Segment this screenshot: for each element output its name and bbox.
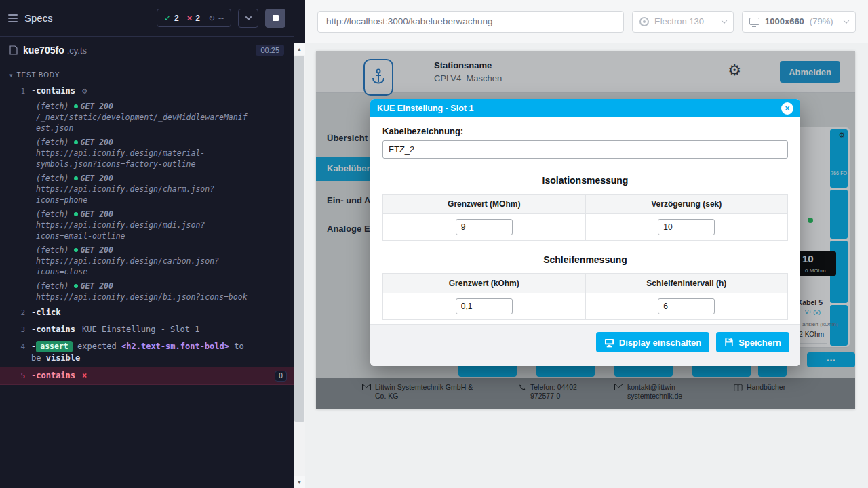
url-input[interactable] [317, 11, 624, 33]
spec-file-icon [9, 45, 18, 55]
line-number: 4 [0, 341, 31, 352]
network-log-row[interactable]: (fetch)GET 200 https://api.iconify.desig… [36, 171, 248, 207]
line-number: 2 [0, 307, 31, 319]
test-body-section[interactable]: ▾ TEST BODY [0, 64, 294, 83]
success-dot-icon [74, 104, 78, 108]
command-text: -assert expected <h2.text-sm.font-bold> … [31, 341, 255, 364]
scrollbar-thumb[interactable] [294, 56, 304, 422]
stop-button[interactable] [265, 9, 285, 28]
grenzwert-mohm-input[interactable] [456, 219, 513, 235]
specs-menu-icon[interactable] [8, 14, 18, 22]
assert-selector: <h2.text-sm.font-bold> [121, 342, 229, 351]
reporter-header: Specs ✓ 2 × 2 ↻ -- [0, 0, 294, 37]
spec-name: kue705fo [23, 45, 64, 56]
scrollbar[interactable]: ▲ ▼ [294, 43, 305, 488]
cypress-reporter: Specs ✓ 2 × 2 ↻ -- [0, 0, 305, 488]
network-log-row[interactable]: (fetch)GET 200 https://api.iconify.desig… [36, 279, 248, 304]
spec-file-row[interactable]: kue705fo .cy.ts 00:25 [0, 37, 294, 64]
error-x-icon: × [82, 371, 87, 380]
success-dot-icon [74, 212, 78, 216]
reporter-content: Specs ✓ 2 × 2 ↻ -- [0, 0, 294, 488]
column-header: Grenzwert (MOhm) [383, 195, 586, 214]
fetch-url: https://api.iconify.design/mdi.json?icon… [36, 220, 248, 241]
column-header: Grenzwert (kOhm) [383, 274, 586, 293]
fetch-line: (fetch)GET 200 [36, 173, 248, 184]
success-dot-icon [74, 140, 78, 144]
fetch-url: https://api.iconify.design/material-symb… [36, 148, 248, 169]
line-number: 3 [0, 324, 31, 336]
scroll-down-arrow[interactable]: ▼ [294, 476, 305, 488]
section-label: TEST BODY [17, 71, 60, 79]
modal-footer: Display einschalten Speichern [370, 324, 800, 366]
chevron-down-icon [844, 18, 849, 23]
viewport-control[interactable]: 1000x660 (79%) [742, 11, 856, 33]
network-log-row[interactable]: (fetch)GET 200 /_next/static/development… [36, 100, 248, 136]
fetch-url: https://api.iconify.design/bi.json?icons… [36, 291, 248, 302]
spec-duration-badge: 00:25 [256, 45, 284, 56]
schleifenintervall-input[interactable] [658, 298, 715, 314]
aut-frame: Stationsname CPLV4_Maschen ⚙ Abmelden Üb… [316, 51, 855, 409]
stat-pending: ↻ -- [208, 14, 224, 23]
pending-count: -- [218, 14, 224, 23]
command-argument: KUE Einstellung - Slot 1 [82, 325, 199, 334]
electron-icon [639, 17, 649, 26]
network-log-row[interactable]: (fetch)GET 200 https://api.iconify.desig… [36, 207, 248, 243]
fetch-line: (fetch)GET 200 [36, 209, 248, 220]
browser-label: Electron 130 [654, 16, 704, 26]
verzoegerung-input[interactable] [658, 219, 715, 235]
network-log-row[interactable]: (fetch)GET 200 https://api.iconify.desig… [36, 136, 248, 171]
passed-count: 2 [174, 14, 179, 23]
command-row-assert[interactable]: 4 -assert expected <h2.text-sm.font-bold… [0, 338, 294, 367]
display-icon [604, 338, 614, 348]
command-text: -contains× [31, 370, 87, 382]
kue-settings-modal: KUE Einstellung - Slot 1 × Kabelbezeichn… [370, 99, 800, 366]
command-text: -contains⚙ [31, 85, 87, 97]
modal-header: KUE Einstellung - Slot 1 × [370, 99, 800, 117]
isolation-table: Grenzwert (MOhm) Verzögerung (sek) [382, 194, 788, 241]
command-options-gear-icon[interactable]: ⚙ [82, 86, 87, 96]
stat-passed: ✓ 2 [164, 14, 179, 23]
display-on-button[interactable]: Display einschalten [596, 332, 709, 352]
retry-count-badge: 0 [275, 371, 287, 382]
browser-select[interactable]: Electron 130 [632, 11, 734, 33]
collapse-button[interactable] [238, 9, 258, 28]
fetch-url: /_next/static/development/_devMiddleware… [36, 112, 248, 134]
save-floppy-icon [724, 338, 734, 347]
save-button[interactable]: Speichern [716, 332, 789, 352]
success-dot-icon [74, 248, 78, 252]
command-row-click[interactable]: 2 -click [0, 304, 294, 321]
grenzwert-kohm-input[interactable] [456, 298, 513, 314]
command-row-failed[interactable]: 5 -contains× 0 [0, 367, 294, 385]
refresh-icon: ↻ [208, 14, 215, 23]
spec-extension: .cy.ts [67, 45, 87, 56]
main-area: Electron 130 1000x660 (79%) Stationsname… [305, 0, 868, 488]
network-log-row[interactable]: (fetch)GET 200 https://api.iconify.desig… [36, 243, 248, 279]
scroll-up-arrow[interactable]: ▲ [294, 43, 305, 55]
command-row-contains[interactable]: 1 -contains⚙ [0, 83, 294, 100]
line-number: 1 [0, 85, 31, 97]
command-row-contains[interactable]: 3 -containsKUE Einstellung - Slot 1 [0, 321, 294, 338]
loop-section-title: Schleifenmessung [382, 254, 788, 265]
caret-down-icon: ▾ [9, 72, 13, 79]
column-header: Schleifenintervall (h) [585, 274, 788, 293]
loop-table: Grenzwert (kOhm) Schleifenintervall (h) [382, 273, 788, 320]
modal-body: Kabelbezeichnung: Isolationsmessung Gren… [370, 117, 800, 320]
line-number: 5 [0, 370, 31, 382]
fetch-line: (fetch)GET 200 [36, 137, 248, 148]
check-icon: ✓ [164, 14, 171, 23]
isolation-section-title: Isolationsmessung [382, 175, 788, 186]
kabel-name-input[interactable] [382, 140, 788, 159]
close-icon[interactable]: × [781, 102, 793, 115]
viewport-size: 1000x660 [765, 16, 804, 26]
command-text: -containsKUE Einstellung - Slot 1 [31, 324, 199, 336]
specs-title[interactable]: Specs [24, 12, 53, 24]
success-dot-icon [74, 284, 78, 288]
page: Specs ✓ 2 × 2 ↻ -- [0, 0, 868, 488]
chevron-down-icon [245, 14, 252, 20]
stat-failed: × 2 [187, 13, 200, 23]
fetch-line: (fetch)GET 200 [36, 245, 248, 256]
failed-count: 2 [195, 14, 200, 23]
reporter-top-filler [294, 0, 305, 43]
aut-toolbar: Electron 130 1000x660 (79%) [305, 0, 868, 43]
stop-icon [273, 15, 279, 21]
